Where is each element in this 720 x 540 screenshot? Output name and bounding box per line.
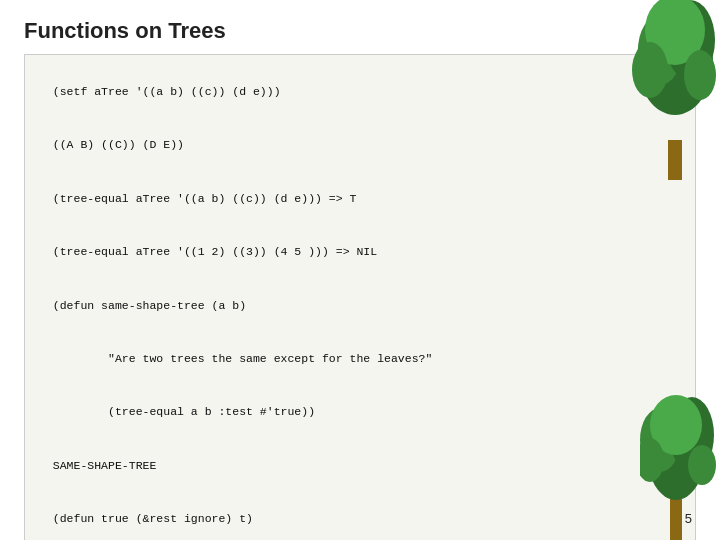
svg-point-13 bbox=[688, 445, 716, 485]
code-line-6: "Are two trees the same except for the l… bbox=[53, 352, 433, 365]
decorative-tree-bottom-right bbox=[640, 380, 720, 540]
svg-point-6 bbox=[684, 50, 716, 100]
code-line-4: (tree-equal aTree '((1 2) ((3)) (4 5 )))… bbox=[53, 245, 377, 258]
code-block: (setf aTree '((a b) ((c)) (d e))) ((A B)… bbox=[24, 54, 696, 540]
decorative-tree-top-right bbox=[630, 0, 720, 180]
svg-point-5 bbox=[632, 42, 668, 98]
svg-rect-0 bbox=[668, 140, 682, 180]
page-title: Functions on Trees bbox=[0, 0, 720, 54]
code-line-7: (tree-equal a b :test #'true)) bbox=[53, 405, 315, 418]
code-line-9: (defun true (&rest ignore) t) bbox=[53, 512, 253, 525]
code-line-2: ((A B) ((C)) (D E)) bbox=[53, 138, 184, 151]
code-line-8: SAME-SHAPE-TREE bbox=[53, 459, 157, 472]
page-number: 5 bbox=[685, 511, 692, 526]
code-line-3: (tree-equal aTree '((a b) ((c)) (d e))) … bbox=[53, 192, 357, 205]
code-line-1: (setf aTree '((a b) ((c)) (d e))) bbox=[53, 85, 281, 98]
code-line-5: (defun same-shape-tree (a b) bbox=[53, 299, 246, 312]
